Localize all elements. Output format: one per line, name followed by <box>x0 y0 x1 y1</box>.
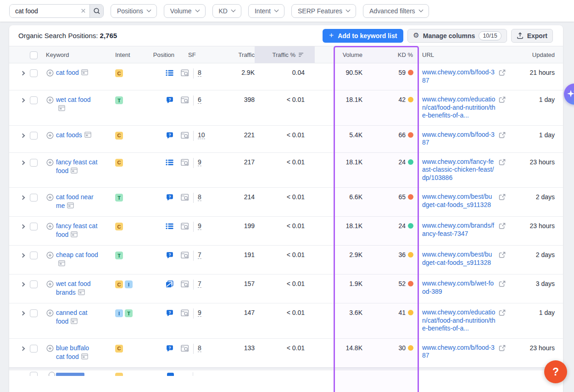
serp-preview-icon[interactable] <box>181 309 189 317</box>
external-link-icon[interactable] <box>499 223 506 231</box>
header-url[interactable]: URL <box>419 46 511 63</box>
serp-preview-icon[interactable] <box>181 159 189 166</box>
export-button[interactable]: Export <box>511 29 553 43</box>
filter-kd[interactable]: KD <box>212 4 241 18</box>
url-link[interactable]: www.chewy.com/best/budget-cat-foods_s911… <box>422 193 496 209</box>
header-sf[interactable]: SF <box>174 46 218 63</box>
header-intent[interactable]: Intent <box>107 46 133 63</box>
header-volume[interactable]: Volume <box>334 46 373 63</box>
sf-count[interactable]: 9 <box>198 222 201 230</box>
external-link-icon[interactable] <box>499 69 506 78</box>
add-keyword-icon[interactable] <box>46 345 54 352</box>
ai-assistant-button[interactable] <box>564 84 574 105</box>
serp-preview-icon[interactable] <box>181 96 189 104</box>
expand-row-chevron-icon[interactable] <box>21 133 25 138</box>
add-keyword-icon[interactable] <box>46 159 54 166</box>
search-input[interactable] <box>10 5 77 17</box>
add-keyword-icon[interactable] <box>46 132 54 139</box>
sf-count[interactable]: 6 <box>198 96 201 104</box>
header-keyword[interactable]: Keyword <box>45 46 107 63</box>
add-keyword-icon[interactable] <box>46 194 54 201</box>
sf-count[interactable]: 7 <box>198 251 201 259</box>
serp-feature-icon[interactable] <box>167 373 174 376</box>
add-keyword-icon[interactable] <box>46 223 54 230</box>
serp-preview-icon[interactable] <box>181 223 189 230</box>
serp-preview-icon[interactable] <box>181 252 189 259</box>
expand-row-chevron-icon[interactable] <box>21 311 25 316</box>
keyword-link[interactable]: wet cat food <box>56 96 91 103</box>
external-link-icon[interactable] <box>499 345 506 353</box>
header-position[interactable]: Position <box>133 46 174 63</box>
header-traffic[interactable]: Traffic <box>218 46 255 63</box>
sf-count[interactable]: 7 <box>198 280 201 288</box>
url-link[interactable]: www.chewy.com/b/food-387 <box>422 68 496 84</box>
serp-snapshot-icon[interactable] <box>71 231 78 240</box>
people-also-ask-icon[interactable]: ? <box>166 345 173 352</box>
external-link-icon[interactable] <box>499 159 506 167</box>
serp-preview-icon[interactable] <box>181 132 189 139</box>
clear-search-icon[interactable] <box>77 5 89 17</box>
serp-snapshot-icon[interactable] <box>71 318 78 326</box>
external-link-icon[interactable] <box>499 280 506 289</box>
expand-row-chevron-icon[interactable] <box>21 282 25 287</box>
row-checkbox[interactable] <box>30 96 38 104</box>
sf-count[interactable]: 8 <box>198 69 201 77</box>
sf-count[interactable]: 9 <box>198 309 201 317</box>
keyword-link[interactable] <box>56 373 84 376</box>
serp-snapshot-icon[interactable] <box>81 353 88 362</box>
url-link[interactable]: www.chewy.com/b/food-387 <box>422 344 496 360</box>
url-link[interactable]: www.chewy.com/brands/fancy-feast-7347 <box>422 222 496 238</box>
add-keyword-icon[interactable] <box>46 280 54 288</box>
sitelinks-feature-icon[interactable] <box>166 69 173 77</box>
row-checkbox[interactable] <box>30 372 38 376</box>
filter-intent[interactable]: Intent <box>248 4 284 18</box>
url-link[interactable]: www.chewy.com/education/cat/food-and-nut… <box>422 308 496 333</box>
add-to-keyword-list-button[interactable]: + Add to keyword list <box>323 29 403 43</box>
search-button[interactable] <box>89 5 103 17</box>
expand-row-chevron-icon[interactable] <box>21 346 25 351</box>
people-also-ask-icon[interactable]: ? <box>166 132 173 139</box>
url-link[interactable]: www.chewy.com/b/wet-food-389 <box>422 280 496 296</box>
expand-row-chevron-icon[interactable] <box>21 253 25 258</box>
serp-snapshot-icon[interactable] <box>78 289 85 297</box>
row-checkbox[interactable] <box>30 252 38 259</box>
keyword-link[interactable]: cat foods <box>56 131 82 139</box>
image-pack-icon[interactable] <box>166 280 173 288</box>
add-keyword-icon[interactable] <box>46 252 54 259</box>
serp-snapshot-icon[interactable] <box>58 105 65 113</box>
header-kd[interactable]: KD % <box>373 46 419 63</box>
keyword-link[interactable]: cat food near me <box>56 193 94 209</box>
sf-count[interactable]: 10 <box>198 131 205 139</box>
serp-preview-icon[interactable] <box>181 345 189 352</box>
external-link-icon[interactable] <box>499 96 506 105</box>
external-link-icon[interactable] <box>499 132 506 140</box>
people-also-ask-icon[interactable]: ? <box>166 194 173 201</box>
sitelinks-feature-icon[interactable] <box>166 223 173 230</box>
select-all-checkbox[interactable] <box>30 51 38 59</box>
people-also-ask-icon[interactable]: ? <box>166 309 173 317</box>
serp-preview-icon[interactable] <box>181 194 189 201</box>
keyword-link[interactable]: cheap cat food <box>56 251 98 258</box>
people-also-ask-icon[interactable]: ? <box>166 96 173 104</box>
serp-snapshot-icon[interactable] <box>67 202 74 211</box>
serp-preview-icon[interactable] <box>181 69 189 77</box>
serp-snapshot-icon[interactable] <box>71 167 78 176</box>
sf-count[interactable]: 8 <box>198 193 201 201</box>
filter-volume[interactable]: Volume <box>164 4 206 18</box>
serp-snapshot-icon[interactable] <box>58 260 65 269</box>
row-checkbox[interactable] <box>30 159 38 167</box>
external-link-icon[interactable] <box>499 309 506 318</box>
expand-row-chevron-icon[interactable] <box>21 224 25 229</box>
row-checkbox[interactable] <box>30 194 38 202</box>
filter-positions[interactable]: Positions <box>111 4 157 18</box>
help-button[interactable]: ? <box>544 360 567 383</box>
row-checkbox[interactable] <box>30 280 38 288</box>
expand-row-chevron-icon[interactable] <box>21 71 25 76</box>
header-traffic-pct[interactable]: Traffic % <box>255 46 315 63</box>
sf-count[interactable]: 9 <box>198 158 201 166</box>
url-link[interactable]: www.chewy.com/education/cat/food-and-nut… <box>422 95 496 120</box>
sort-icon[interactable] <box>299 52 305 57</box>
add-keyword-icon[interactable] <box>46 69 54 77</box>
row-checkbox[interactable] <box>30 69 38 77</box>
expand-row-chevron-icon[interactable] <box>21 160 25 165</box>
